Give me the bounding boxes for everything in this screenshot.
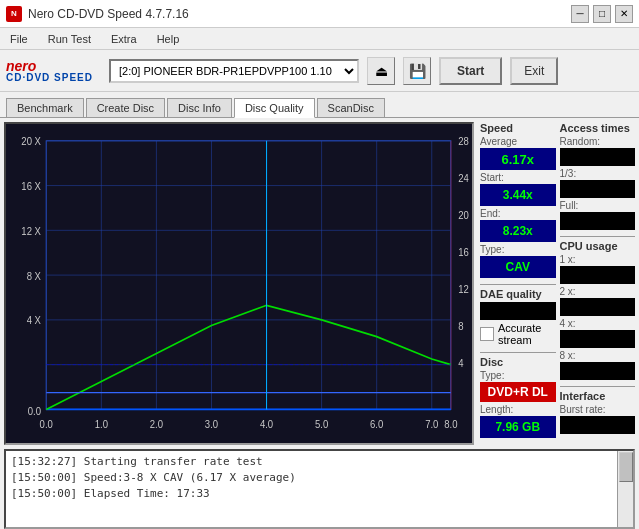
svg-text:0.0: 0.0 xyxy=(28,406,42,417)
svg-text:5.0: 5.0 xyxy=(315,419,329,430)
third-label: 1/3: xyxy=(560,168,636,179)
app-title: Nero CD-DVD Speed 4.7.7.16 xyxy=(28,7,189,21)
log-line-2: [15:50:00] Elapsed Time: 17:33 xyxy=(11,486,628,502)
full-value xyxy=(560,212,636,230)
disc-length-value: 7.96 GB xyxy=(480,416,556,438)
svg-text:12: 12 xyxy=(458,284,469,295)
random-value xyxy=(560,148,636,166)
svg-text:24: 24 xyxy=(458,173,469,184)
svg-text:3.0: 3.0 xyxy=(205,419,219,430)
svg-text:8: 8 xyxy=(458,321,464,332)
dae-section: DAE quality Accurate stream xyxy=(480,288,556,346)
tab-bar: Benchmark Create Disc Disc Info Disc Qua… xyxy=(0,92,639,118)
cpu-2x-label: 2 x: xyxy=(560,286,636,297)
start-value: 3.44x xyxy=(480,184,556,206)
dae-header: DAE quality xyxy=(480,288,556,300)
end-value: 8.23x xyxy=(480,220,556,242)
menu-bar: File Run Test Extra Help xyxy=(0,28,639,50)
accurate-stream-row: Accurate stream xyxy=(480,322,556,346)
cpu-4x-label: 4 x: xyxy=(560,318,636,329)
eject-icon-button[interactable]: ⏏ xyxy=(367,57,395,85)
svg-text:7.0: 7.0 xyxy=(425,419,439,430)
svg-text:4: 4 xyxy=(458,358,464,369)
nero-logo: nero CD·DVD SPEED xyxy=(6,59,93,83)
end-label: End: xyxy=(480,208,501,219)
interface-section: Interface Burst rate: xyxy=(560,390,636,434)
tab-create-disc[interactable]: Create Disc xyxy=(86,98,165,117)
save-icon-button[interactable]: 💾 xyxy=(403,57,431,85)
svg-text:8.0: 8.0 xyxy=(444,419,458,430)
log-line-0: [15:32:27] Starting transfer rate test xyxy=(11,454,628,470)
third-value xyxy=(560,180,636,198)
svg-text:1.0: 1.0 xyxy=(95,419,109,430)
access-times-section: Access times Random: 1/3: Full: xyxy=(560,122,636,230)
type-label: Type: xyxy=(480,244,556,255)
svg-text:4 X: 4 X xyxy=(27,315,42,326)
log-line-1: [15:50:00] Speed:3-8 X CAV (6.17 X avera… xyxy=(11,470,628,486)
start-button[interactable]: Start xyxy=(439,57,502,85)
full-label: Full: xyxy=(560,200,636,211)
svg-text:6.0: 6.0 xyxy=(370,419,384,430)
disc-section: Disc Type: DVD+R DL Length: 7.96 GB xyxy=(480,356,556,438)
tab-disc-info[interactable]: Disc Info xyxy=(167,98,232,117)
burst-value xyxy=(560,416,636,434)
title-bar: N Nero CD-DVD Speed 4.7.7.16 ─ □ ✕ xyxy=(0,0,639,28)
cpu-1x-value xyxy=(560,266,636,284)
cpu-2x-value xyxy=(560,298,636,316)
accurate-label: Accurate xyxy=(498,322,541,334)
chart-area: 20 X 16 X 12 X 8 X 4 X 0.0 28 24 20 16 1… xyxy=(4,122,474,445)
svg-text:2.0: 2.0 xyxy=(150,419,164,430)
stats-columns: Speed Average 6.17x Start: 3.44x End: 8.… xyxy=(480,122,635,444)
title-bar-left: N Nero CD-DVD Speed 4.7.7.16 xyxy=(6,6,189,22)
tab-scan-disc[interactable]: ScanDisc xyxy=(317,98,385,117)
close-button[interactable]: ✕ xyxy=(615,5,633,23)
cpu-1x-label: 1 x: xyxy=(560,254,636,265)
stats-right-col: Access times Random: 1/3: Full: CPU usag… xyxy=(560,122,636,444)
disc-type-value: DVD+R DL xyxy=(480,382,556,402)
cpu-8x-label: 8 x: xyxy=(560,350,636,361)
log-content: [15:32:27] Starting transfer rate test [… xyxy=(6,451,633,505)
svg-text:28: 28 xyxy=(458,136,469,147)
svg-text:20 X: 20 X xyxy=(21,136,41,147)
menu-help[interactable]: Help xyxy=(151,31,186,47)
accurate-stream-checkbox[interactable] xyxy=(480,327,494,341)
minimize-button[interactable]: ─ xyxy=(571,5,589,23)
speed-section: Speed Average 6.17x Start: 3.44x End: 8.… xyxy=(480,122,556,278)
speed-header: Speed xyxy=(480,122,556,134)
drive-select[interactable]: [2:0] PIONEER BDR-PR1EPDVPP100 1.10 xyxy=(109,59,359,83)
svg-text:4.0: 4.0 xyxy=(260,419,274,430)
svg-text:16 X: 16 X xyxy=(21,181,41,192)
menu-extra[interactable]: Extra xyxy=(105,31,143,47)
svg-text:16: 16 xyxy=(458,247,469,258)
burst-label: Burst rate: xyxy=(560,404,636,415)
main-content: 20 X 16 X 12 X 8 X 4 X 0.0 28 24 20 16 1… xyxy=(0,118,639,449)
tab-benchmark[interactable]: Benchmark xyxy=(6,98,84,117)
log-scrollbar[interactable] xyxy=(617,451,633,527)
stream-label: stream xyxy=(498,334,541,346)
menu-run-test[interactable]: Run Test xyxy=(42,31,97,47)
exit-button[interactable]: Exit xyxy=(510,57,558,85)
nero-logo-subtext: CD·DVD SPEED xyxy=(6,73,93,83)
log-scroll-thumb[interactable] xyxy=(619,452,633,482)
cpu-4x-value xyxy=(560,330,636,348)
svg-text:8 X: 8 X xyxy=(27,270,42,281)
svg-text:20: 20 xyxy=(458,210,469,221)
average-value: 6.17x xyxy=(480,148,556,170)
maximize-button[interactable]: □ xyxy=(593,5,611,23)
svg-text:12 X: 12 X xyxy=(21,226,41,237)
type-value: CAV xyxy=(480,256,556,278)
disc-header: Disc xyxy=(480,356,556,368)
access-times-header: Access times xyxy=(560,122,636,134)
menu-file[interactable]: File xyxy=(4,31,34,47)
cpu-8x-value xyxy=(560,362,636,380)
cpu-section: CPU usage 1 x: 2 x: 4 x: 8 x: xyxy=(560,240,636,380)
stats-panel: Speed Average 6.17x Start: 3.44x End: 8.… xyxy=(480,122,635,445)
interface-header: Interface xyxy=(560,390,636,402)
chart-svg: 20 X 16 X 12 X 8 X 4 X 0.0 28 24 20 16 1… xyxy=(6,124,472,443)
disc-length-label: Length: xyxy=(480,404,556,415)
average-label: Average xyxy=(480,136,556,147)
tab-disc-quality[interactable]: Disc Quality xyxy=(234,98,315,118)
random-label: Random: xyxy=(560,136,636,147)
start-label: Start: xyxy=(480,172,504,183)
window-controls: ─ □ ✕ xyxy=(571,5,633,23)
